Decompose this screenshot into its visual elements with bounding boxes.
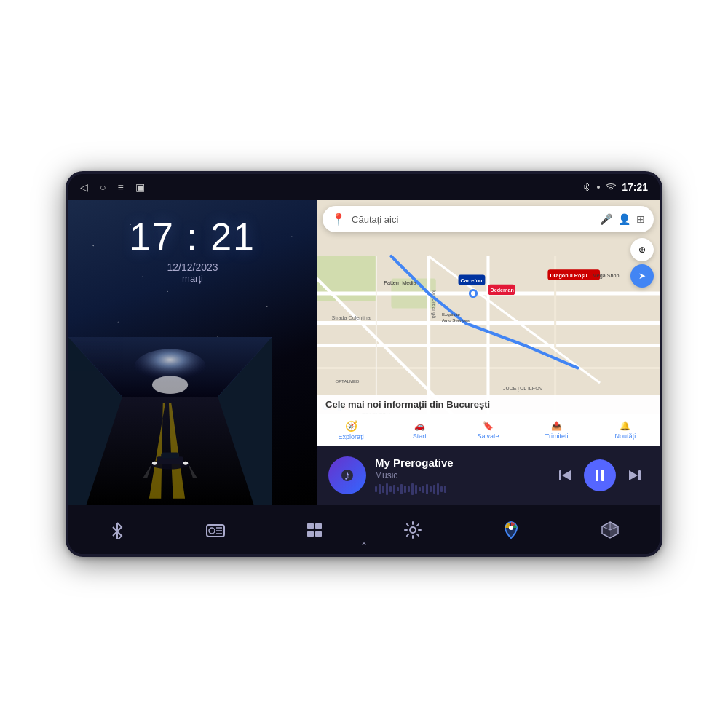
map-search-bar[interactable]: 📍 Căutați aici 🎤 👤 ⊞: [323, 206, 654, 232]
dock-radio-icon: [206, 521, 225, 539]
grid-icon[interactable]: ⊞: [636, 213, 645, 225]
right-panel: Strada Colentina Ion Creangă COLENTINA J…: [317, 200, 660, 505]
svg-point-63: [410, 527, 416, 533]
explore-label: Explorați: [339, 433, 364, 440]
map-bottom-tabs: 🧭 Explorați 🚗 Start 🔖 Salvate 📤: [317, 414, 660, 446]
bottom-dock: ⌃: [68, 505, 660, 554]
search-action-icons: 🎤 👤 ⊞: [600, 213, 645, 225]
news-label: Noutăți: [615, 432, 636, 440]
dock-cube-icon: [601, 521, 620, 539]
status-time: 17:21: [622, 181, 648, 193]
lock-day: marți: [182, 273, 203, 284]
device-screen: ◁ ○ ≡ ▣ 17:21: [68, 174, 660, 554]
dock-maps[interactable]: [502, 521, 520, 539]
dock-radio[interactable]: [206, 521, 225, 539]
map-controls: ⊕ ➤: [630, 238, 654, 288]
location-button[interactable]: ➤: [630, 264, 654, 288]
layers-button[interactable]: ⊕: [630, 238, 654, 261]
search-input-text[interactable]: Căutați aici: [352, 214, 600, 225]
svg-text:JUDEȚUL ILFOV: JUDEȚUL ILFOV: [503, 386, 543, 392]
svg-marker-53: [629, 470, 638, 480]
start-label: Start: [413, 432, 427, 440]
svg-text:Auto Services: Auto Services: [442, 317, 470, 323]
prev-track-button[interactable]: [552, 462, 578, 488]
svg-point-55: [209, 528, 215, 534]
dock-settings-icon: [403, 521, 422, 539]
svg-point-15: [183, 462, 189, 465]
map-tab-saved[interactable]: 🔖 Salvate: [454, 421, 522, 440]
lock-screen-panel: 17 : 21 12/12/2023 marți: [68, 200, 317, 505]
svg-text:Pattern Media: Pattern Media: [384, 280, 416, 286]
svg-point-14: [152, 462, 157, 465]
svg-rect-52: [638, 470, 641, 480]
svg-point-8: [152, 376, 188, 394]
svg-text:Strada Colentina: Strada Colentina: [332, 315, 371, 321]
svg-text:Dedeman: Dedeman: [491, 288, 514, 293]
lock-time: 17 : 21: [130, 215, 256, 258]
dock-cube[interactable]: [601, 521, 620, 539]
svg-text:Dragonul Roșu: Dragonul Roșu: [550, 273, 587, 279]
map-tab-news[interactable]: 🔔 Noutăți: [591, 421, 660, 440]
mic-icon[interactable]: 🎤: [600, 213, 612, 225]
music-artwork-icon: ♪: [344, 468, 351, 483]
svg-rect-59: [307, 523, 314, 529]
map-tab-start[interactable]: 🚗 Start: [385, 421, 454, 440]
svg-point-37: [471, 291, 475, 296]
bluetooth-dot: [597, 186, 600, 189]
screenshot-nav-icon[interactable]: ▣: [135, 181, 145, 193]
wifi-icon: [606, 183, 616, 191]
share-icon: 📤: [551, 421, 562, 431]
explore-icon: 🧭: [345, 420, 357, 432]
main-content: 17 : 21 12/12/2023 marți: [68, 200, 660, 505]
music-info: My Prerogative Music: [375, 456, 543, 495]
dock-settings[interactable]: [403, 521, 422, 539]
svg-text:Mega Shop: Mega Shop: [593, 273, 620, 279]
dock-bluetooth[interactable]: [108, 521, 126, 539]
share-label: Trimiteți: [545, 432, 569, 440]
svg-rect-60: [315, 523, 322, 529]
start-icon: 🚗: [414, 421, 425, 431]
menu-nav-icon[interactable]: ≡: [117, 181, 123, 193]
svg-text:OFTALMED: OFTALMED: [336, 379, 360, 384]
home-nav-icon[interactable]: ○: [100, 181, 106, 193]
profile-icon[interactable]: 👤: [618, 213, 630, 225]
lock-date: 12/12/2023: [167, 261, 218, 273]
map-info-bar: Cele mai noi informații din București: [317, 395, 660, 414]
next-track-button[interactable]: [622, 462, 648, 488]
svg-rect-62: [315, 531, 322, 537]
nav-controls: ◁ ○ ≡ ▣: [80, 181, 145, 193]
dock-maps-icon: [502, 521, 520, 539]
saved-label: Salvate: [477, 432, 499, 440]
music-player: ♪ My Prerogative Music: [317, 446, 660, 505]
map-pin-icon: 📍: [331, 213, 346, 226]
map-tab-share[interactable]: 📤 Trimiteți: [523, 421, 591, 440]
svg-text:Exquisite: Exquisite: [442, 312, 460, 317]
status-indicators: 17:21: [582, 181, 648, 193]
back-nav-icon[interactable]: ◁: [80, 181, 88, 193]
dock-apps[interactable]: [306, 521, 323, 539]
status-bar: ◁ ○ ≡ ▣ 17:21: [68, 174, 660, 200]
music-artwork: ♪: [328, 456, 366, 494]
play-pause-button[interactable]: [584, 459, 616, 491]
svg-text:Carrefour: Carrefour: [461, 278, 485, 284]
svg-rect-50: [596, 470, 598, 481]
news-icon: 🔔: [620, 421, 630, 431]
map-area[interactable]: Strada Colentina Ion Creangă COLENTINA J…: [317, 200, 660, 446]
dock-apps-icon: [306, 521, 323, 539]
svg-marker-49: [562, 470, 571, 480]
music-controls: [552, 459, 648, 491]
svg-text:Ion Creangă: Ion Creangă: [431, 290, 437, 318]
dock-up-arrow[interactable]: ⌃: [360, 541, 368, 551]
svg-rect-51: [601, 470, 604, 481]
saved-icon: 🔖: [483, 421, 494, 431]
dock-bluetooth-icon: [108, 521, 126, 539]
music-waveform: [375, 483, 543, 495]
svg-rect-13: [161, 453, 179, 459]
bluetooth-icon: [582, 182, 591, 192]
svg-rect-48: [559, 470, 561, 480]
svg-rect-61: [307, 531, 314, 537]
svg-point-65: [509, 526, 513, 530]
device: ◁ ○ ≡ ▣ 17:21: [66, 171, 662, 557]
map-tab-explore[interactable]: 🧭 Explorați: [317, 420, 385, 440]
music-title: My Prerogative: [375, 456, 543, 469]
